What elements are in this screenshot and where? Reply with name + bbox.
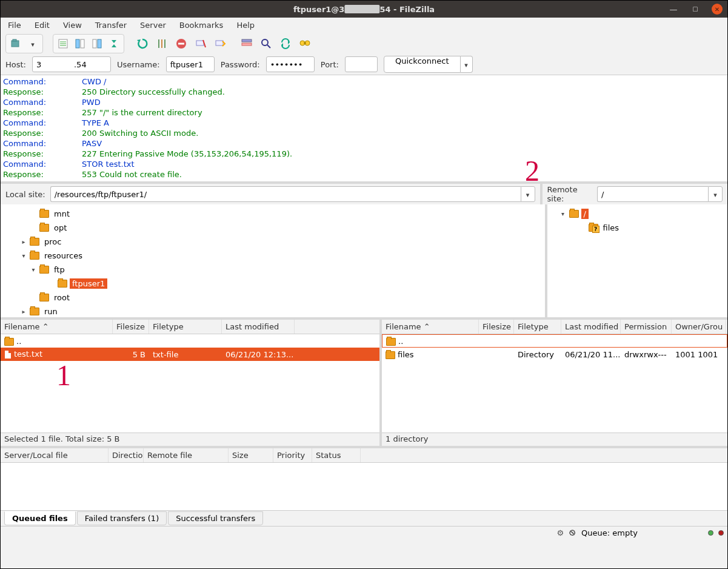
menu-help[interactable]: Help bbox=[236, 21, 255, 30]
svg-point-20 bbox=[262, 39, 268, 45]
expander-icon[interactable]: ▸ bbox=[20, 308, 27, 315]
queue-tab[interactable]: Queued files bbox=[4, 511, 76, 525]
col-owner[interactable]: Owner/Grou bbox=[672, 320, 726, 334]
col-direction[interactable]: Directio bbox=[109, 448, 144, 462]
svg-rect-9 bbox=[98, 39, 101, 48]
cancel-button[interactable] bbox=[173, 36, 190, 52]
tree-node[interactable]: ftpuser1 bbox=[1, 277, 545, 291]
local-tree[interactable]: mntopt▸proc▾resources▾ftpftpuser1root▸ru… bbox=[1, 204, 545, 317]
local-site-input[interactable] bbox=[50, 186, 521, 202]
svg-rect-18 bbox=[242, 39, 252, 42]
svg-rect-7 bbox=[81, 39, 84, 48]
tree-node[interactable]: opt bbox=[1, 221, 545, 235]
col-status[interactable]: Status bbox=[312, 448, 361, 462]
remote-site-dropdown[interactable] bbox=[708, 186, 723, 202]
site-manager-dropdown[interactable] bbox=[24, 36, 41, 52]
tree-node[interactable]: ▸proc bbox=[1, 235, 545, 249]
file-row[interactable]: .. bbox=[382, 334, 727, 348]
local-site-dropdown[interactable] bbox=[521, 186, 535, 202]
gear-icon[interactable]: ⚙ bbox=[556, 528, 564, 537]
filter-button[interactable] bbox=[238, 36, 255, 52]
local-list-body[interactable]: ..test.txt5 Btxt-file06/21/20 12:13...1 bbox=[1, 334, 379, 433]
col-server-file[interactable]: Server/Local file bbox=[1, 448, 109, 462]
col-priority[interactable]: Priority bbox=[273, 448, 312, 462]
tree-node[interactable]: ▾/ bbox=[547, 207, 728, 221]
log-line: Command:CWD / bbox=[3, 76, 725, 87]
tree-node[interactable]: ▾ftp bbox=[1, 263, 545, 277]
expander-icon[interactable]: ▸ bbox=[20, 238, 27, 245]
remote-site-input[interactable] bbox=[597, 186, 708, 202]
menu-transfer[interactable]: Transfer bbox=[95, 21, 127, 30]
toggle-remote-tree-icon[interactable] bbox=[88, 36, 105, 52]
menu-view[interactable]: View bbox=[63, 21, 82, 30]
quickconnect-dropdown[interactable] bbox=[461, 56, 473, 73]
file-icon bbox=[4, 350, 12, 359]
expander-icon[interactable]: ▾ bbox=[20, 252, 27, 259]
search-button[interactable] bbox=[296, 36, 313, 52]
file-row[interactable]: test.txt5 Btxt-file06/21/20 12:13... bbox=[1, 348, 379, 361]
maximize-button[interactable]: ☐ bbox=[690, 4, 701, 15]
col-remote-file[interactable]: Remote file bbox=[144, 448, 229, 462]
col-filesize[interactable]: Filesize bbox=[113, 320, 149, 334]
local-list-header[interactable]: Filename ⌃ Filesize Filetype Last modifi… bbox=[1, 320, 379, 334]
col-lastmod[interactable]: Last modified bbox=[222, 320, 295, 334]
col-filesize[interactable]: Filesize bbox=[479, 320, 514, 334]
svg-rect-19 bbox=[242, 43, 252, 45]
folder-icon bbox=[4, 338, 14, 346]
toggle-local-tree-icon[interactable] bbox=[72, 36, 88, 52]
activity-led-recv bbox=[718, 530, 724, 536]
disconnect-button[interactable] bbox=[192, 36, 209, 52]
compare-button[interactable] bbox=[258, 36, 275, 52]
remote-tree[interactable]: ▾/files bbox=[547, 204, 728, 317]
username-input[interactable] bbox=[166, 56, 215, 72]
tree-node[interactable]: files bbox=[547, 221, 728, 235]
password-input[interactable] bbox=[266, 56, 315, 72]
col-permission[interactable]: Permission bbox=[621, 320, 672, 334]
tree-node[interactable]: root bbox=[1, 291, 545, 305]
expander-icon[interactable]: ▾ bbox=[559, 210, 567, 217]
chevron-down-icon bbox=[31, 39, 35, 49]
toggle-queue-icon[interactable] bbox=[105, 36, 122, 52]
chevron-down-icon bbox=[713, 190, 717, 199]
col-filetype[interactable]: Filetype bbox=[514, 320, 561, 334]
process-queue-icon[interactable] bbox=[153, 36, 170, 52]
col-size[interactable]: Size bbox=[229, 448, 273, 462]
expander-icon[interactable]: ▾ bbox=[30, 266, 37, 273]
port-input[interactable] bbox=[345, 56, 378, 72]
refresh-button[interactable] bbox=[134, 36, 151, 52]
col-filename[interactable]: Filename ⌃ bbox=[1, 320, 113, 334]
minimize-button[interactable]: — bbox=[668, 4, 679, 15]
port-label: Port: bbox=[321, 60, 339, 69]
menu-edit[interactable]: Edit bbox=[35, 21, 50, 30]
log-line: Response:553 Could not create file. bbox=[3, 169, 725, 180]
message-log[interactable]: Command:CWD /Response:250 Directory succ… bbox=[1, 75, 727, 184]
host-input[interactable] bbox=[32, 56, 111, 72]
queue-tab[interactable]: Successful transfers bbox=[168, 511, 263, 525]
folder-icon bbox=[58, 280, 67, 288]
tree-node[interactable]: ▸run bbox=[1, 305, 545, 317]
menu-server[interactable]: Server bbox=[140, 21, 166, 30]
file-row[interactable]: filesDirectory06/21/20 11...drwxrwx---10… bbox=[382, 348, 727, 361]
toggle-log-icon[interactable] bbox=[55, 36, 72, 52]
queue-tab[interactable]: Failed transfers (1) bbox=[77, 511, 167, 525]
remote-list-body[interactable]: ..filesDirectory06/21/20 11...drwxrwx---… bbox=[382, 334, 727, 433]
folder-icon bbox=[386, 338, 396, 346]
remote-list-header[interactable]: Filename ⌃ Filesize Filetype Last modifi… bbox=[382, 320, 727, 334]
folder-icon bbox=[30, 252, 39, 260]
close-button[interactable] bbox=[712, 4, 723, 15]
file-row[interactable]: .. bbox=[1, 334, 379, 348]
col-lastmod[interactable]: Last modified bbox=[561, 320, 621, 334]
tree-node[interactable]: mnt bbox=[1, 207, 545, 221]
reconnect-button[interactable] bbox=[212, 36, 229, 52]
col-filetype[interactable]: Filetype bbox=[149, 320, 222, 334]
col-filename[interactable]: Filename ⌃ bbox=[382, 320, 479, 334]
sync-browse-button[interactable] bbox=[277, 36, 294, 52]
tree-node[interactable]: ▾resources bbox=[1, 249, 545, 263]
menu-file[interactable]: File bbox=[8, 21, 21, 30]
log-line: Response:257 "/" is the current director… bbox=[3, 107, 725, 118]
quickconnect-button[interactable]: Quickconnect bbox=[384, 56, 461, 73]
site-manager-button[interactable] bbox=[7, 36, 24, 52]
menu-bookmarks[interactable]: Bookmarks bbox=[179, 21, 224, 30]
window-titlebar: ftpuser1@354 - FileZilla — ☐ bbox=[1, 1, 727, 18]
queue-header[interactable]: Server/Local file Directio Remote file S… bbox=[1, 448, 727, 463]
